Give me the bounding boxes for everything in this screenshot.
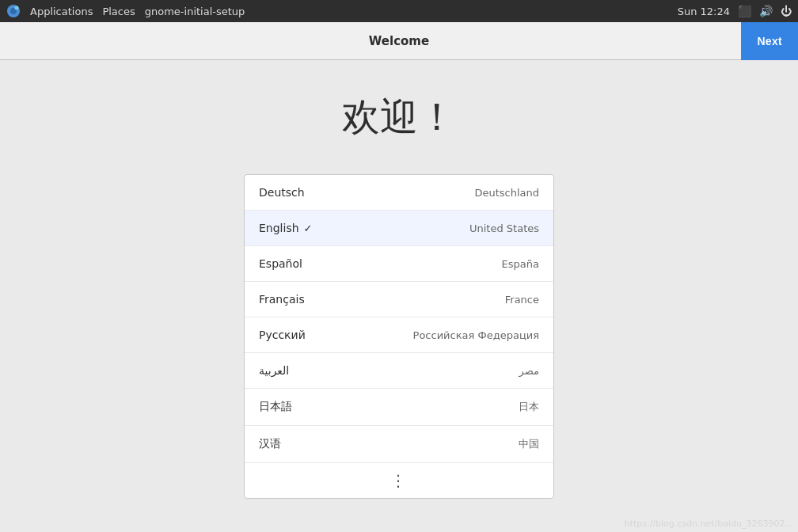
lang-name: Deutsch (259, 186, 305, 199)
lang-left: Español (259, 257, 302, 270)
lang-name: 汉语 (259, 437, 281, 451)
main-content: 欢迎！ DeutschDeutschlandEnglish ✓United St… (0, 60, 798, 532)
language-row[interactable]: DeutschDeutschland (245, 175, 553, 211)
lang-region: Российская Федерация (413, 329, 539, 341)
language-row[interactable]: 日本語日本 (245, 389, 553, 426)
language-row[interactable]: FrançaisFrance (245, 282, 553, 317)
lang-left: العربية (259, 364, 289, 377)
lang-left: 汉语 (259, 437, 281, 451)
app-header: Welcome Next (0, 22, 798, 60)
places-menu[interactable]: Places (102, 6, 135, 17)
selected-checkmark-icon: ✓ (304, 222, 313, 234)
network-icon[interactable]: ⬛ (738, 5, 751, 17)
lang-left: Русский (259, 329, 306, 341)
lang-left: English ✓ (259, 222, 312, 234)
clock-label: Sun 12:24 (678, 6, 730, 17)
welcome-heading: 欢迎！ (342, 92, 456, 142)
lang-region: 日本 (519, 400, 539, 414)
system-bar-right: Sun 12:24 ⬛ 🔊 ⏻ (678, 0, 792, 22)
more-languages-button[interactable]: ⋮ (245, 463, 553, 498)
lang-name: Español (259, 257, 302, 270)
lang-left: Français (259, 293, 305, 306)
lang-left: 日本語 (259, 400, 292, 414)
next-button[interactable]: Next (741, 22, 798, 60)
lang-region: مصر (519, 365, 539, 377)
lang-region: France (505, 294, 539, 306)
language-row[interactable]: 汉语中国 (245, 426, 553, 463)
lang-region: Deutschland (474, 187, 539, 199)
language-row[interactable]: English ✓United States (245, 211, 553, 246)
lang-region: 中国 (519, 437, 539, 451)
language-list: DeutschDeutschlandEnglish ✓United States… (244, 174, 554, 499)
language-row[interactable]: العربيةمصر (245, 353, 553, 389)
app-name-label: gnome-initial-setup (145, 6, 245, 17)
lang-left: Deutsch (259, 186, 305, 199)
gnome-logo-icon (6, 4, 21, 18)
svg-point-2 (15, 6, 19, 10)
watermark: https://blog.csdn.net/baidu_3263902... (625, 519, 793, 529)
header-title: Welcome (369, 34, 429, 48)
language-row[interactable]: РусскийРоссийская Федерация (245, 317, 553, 353)
power-icon[interactable]: ⏻ (781, 5, 792, 17)
lang-name: العربية (259, 364, 289, 377)
system-bar-left: Applications Places gnome-initial-setup (6, 4, 245, 18)
lang-name: English (259, 222, 299, 234)
system-bar: Applications Places gnome-initial-setup … (0, 0, 798, 22)
lang-name: 日本語 (259, 400, 292, 414)
lang-region: United States (469, 222, 539, 234)
language-row[interactable]: EspañolEspaña (245, 246, 553, 282)
lang-name: Русский (259, 329, 306, 341)
volume-icon[interactable]: 🔊 (759, 5, 773, 17)
lang-region: España (502, 258, 539, 270)
lang-name: Français (259, 293, 305, 306)
applications-menu[interactable]: Applications (30, 6, 93, 17)
